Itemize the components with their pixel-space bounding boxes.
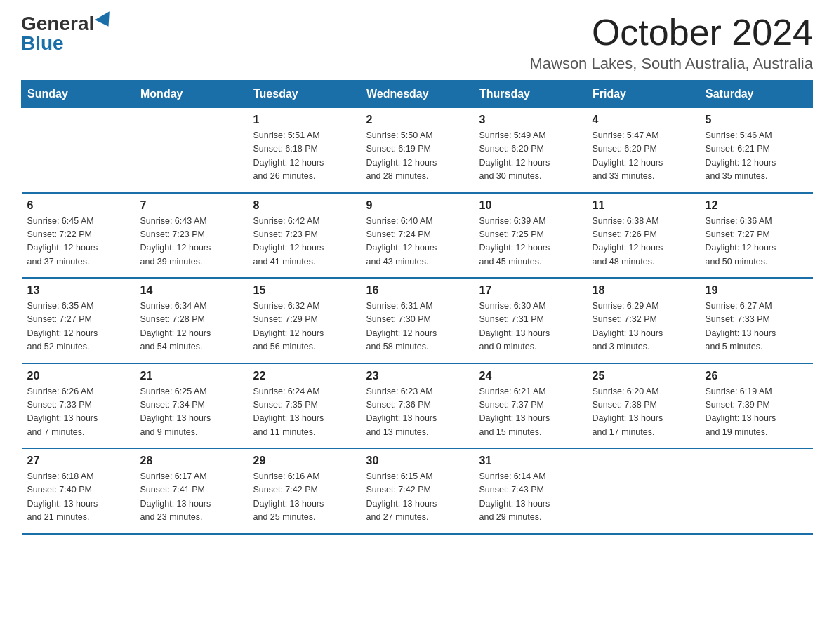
day-info: Sunrise: 6:29 AMSunset: 7:32 PMDaylight:…	[593, 300, 694, 354]
day-info: Sunrise: 6:34 AMSunset: 7:28 PMDaylight:…	[140, 300, 242, 354]
day-info: Sunrise: 6:26 AMSunset: 7:33 PMDaylight:…	[27, 385, 129, 440]
day-info: Sunrise: 6:27 AMSunset: 7:33 PMDaylight:…	[706, 300, 807, 354]
day-number: 17	[479, 284, 581, 297]
day-info: Sunrise: 5:51 AMSunset: 6:18 PMDaylight:…	[253, 129, 355, 184]
day-info: Sunrise: 6:36 AMSunset: 7:27 PMDaylight:…	[706, 215, 807, 269]
day-info: Sunrise: 6:23 AMSunset: 7:36 PMDaylight:…	[366, 385, 468, 440]
day-number: 10	[479, 199, 581, 212]
calendar-cell: 5Sunrise: 5:46 AMSunset: 6:21 PMDaylight…	[700, 108, 813, 193]
day-info: Sunrise: 6:32 AMSunset: 7:29 PMDaylight:…	[253, 300, 355, 354]
day-number: 5	[706, 114, 807, 126]
day-info: Sunrise: 6:25 AMSunset: 7:34 PMDaylight:…	[140, 385, 242, 440]
day-info: Sunrise: 6:18 AMSunset: 7:40 PMDaylight:…	[27, 470, 129, 525]
calendar-cell: 11Sunrise: 6:38 AMSunset: 7:26 PMDayligh…	[587, 193, 700, 279]
day-info: Sunrise: 6:20 AMSunset: 7:38 PMDaylight:…	[593, 385, 694, 440]
day-info: Sunrise: 5:46 AMSunset: 6:21 PMDaylight:…	[706, 129, 807, 184]
day-info: Sunrise: 6:35 AMSunset: 7:27 PMDaylight:…	[27, 300, 129, 354]
day-info: Sunrise: 5:49 AMSunset: 6:20 PMDaylight:…	[479, 129, 581, 184]
calendar-cell: 20Sunrise: 6:26 AMSunset: 7:33 PMDayligh…	[22, 363, 135, 449]
day-info: Sunrise: 6:40 AMSunset: 7:24 PMDaylight:…	[366, 215, 468, 269]
day-info: Sunrise: 6:16 AMSunset: 7:42 PMDaylight:…	[253, 470, 355, 525]
calendar-cell	[135, 108, 248, 193]
day-info: Sunrise: 6:19 AMSunset: 7:39 PMDaylight:…	[706, 385, 807, 440]
title-section: October 2024 Mawson Lakes, South Austral…	[529, 14, 813, 73]
weekday-header-tuesday: Tuesday	[248, 81, 361, 108]
day-info: Sunrise: 6:17 AMSunset: 7:41 PMDaylight:…	[140, 470, 242, 525]
calendar-cell: 27Sunrise: 6:18 AMSunset: 7:40 PMDayligh…	[22, 448, 135, 534]
day-number: 7	[140, 199, 242, 212]
calendar-cell	[700, 448, 813, 534]
day-number: 3	[479, 114, 581, 126]
day-info: Sunrise: 6:42 AMSunset: 7:23 PMDaylight:…	[253, 215, 355, 269]
calendar-cell: 29Sunrise: 6:16 AMSunset: 7:42 PMDayligh…	[248, 448, 361, 534]
calendar-cell: 31Sunrise: 6:14 AMSunset: 7:43 PMDayligh…	[474, 448, 587, 534]
calendar-cell: 7Sunrise: 6:43 AMSunset: 7:23 PMDaylight…	[135, 193, 248, 279]
calendar-week-row: 27Sunrise: 6:18 AMSunset: 7:40 PMDayligh…	[22, 448, 813, 534]
calendar-cell: 1Sunrise: 5:51 AMSunset: 6:18 PMDaylight…	[248, 108, 361, 193]
logo: General Blue	[21, 14, 114, 53]
calendar-table: SundayMondayTuesdayWednesdayThursdayFrid…	[21, 80, 813, 535]
day-number: 26	[706, 370, 807, 382]
day-number: 1	[253, 114, 355, 126]
weekday-header-monday: Monday	[135, 81, 248, 108]
day-number: 12	[706, 199, 807, 212]
day-info: Sunrise: 5:50 AMSunset: 6:19 PMDaylight:…	[366, 129, 468, 184]
calendar-cell: 18Sunrise: 6:29 AMSunset: 7:32 PMDayligh…	[587, 278, 700, 363]
day-number: 25	[593, 370, 694, 382]
day-info: Sunrise: 6:30 AMSunset: 7:31 PMDaylight:…	[479, 300, 581, 354]
day-number: 4	[593, 114, 694, 126]
calendar-cell: 15Sunrise: 6:32 AMSunset: 7:29 PMDayligh…	[248, 278, 361, 363]
calendar-week-row: 20Sunrise: 6:26 AMSunset: 7:33 PMDayligh…	[22, 363, 813, 449]
day-number: 9	[366, 199, 468, 212]
day-number: 30	[366, 455, 468, 467]
weekday-header-friday: Friday	[587, 81, 700, 108]
calendar-body: 1Sunrise: 5:51 AMSunset: 6:18 PMDaylight…	[22, 108, 813, 534]
day-number: 29	[253, 455, 355, 467]
calendar-cell: 3Sunrise: 5:49 AMSunset: 6:20 PMDaylight…	[474, 108, 587, 193]
calendar-cell: 16Sunrise: 6:31 AMSunset: 7:30 PMDayligh…	[361, 278, 474, 363]
calendar-header: SundayMondayTuesdayWednesdayThursdayFrid…	[22, 81, 813, 108]
calendar-cell: 21Sunrise: 6:25 AMSunset: 7:34 PMDayligh…	[135, 363, 248, 449]
calendar-cell: 6Sunrise: 6:45 AMSunset: 7:22 PMDaylight…	[22, 193, 135, 279]
calendar-cell: 8Sunrise: 6:42 AMSunset: 7:23 PMDaylight…	[248, 193, 361, 279]
location-title: Mawson Lakes, South Australia, Australia	[529, 55, 813, 73]
day-number: 11	[593, 199, 694, 212]
calendar-cell: 14Sunrise: 6:34 AMSunset: 7:28 PMDayligh…	[135, 278, 248, 363]
calendar-cell: 30Sunrise: 6:15 AMSunset: 7:42 PMDayligh…	[361, 448, 474, 534]
day-number: 31	[479, 455, 581, 467]
logo-blue: Blue	[21, 32, 64, 54]
day-number: 23	[366, 370, 468, 382]
day-number: 20	[27, 370, 129, 382]
calendar-cell: 23Sunrise: 6:23 AMSunset: 7:36 PMDayligh…	[361, 363, 474, 449]
day-number: 15	[253, 284, 355, 297]
calendar-week-row: 13Sunrise: 6:35 AMSunset: 7:27 PMDayligh…	[22, 278, 813, 363]
calendar-cell: 22Sunrise: 6:24 AMSunset: 7:35 PMDayligh…	[248, 363, 361, 449]
weekday-header-row: SundayMondayTuesdayWednesdayThursdayFrid…	[22, 81, 813, 108]
month-year-title: October 2024	[529, 14, 813, 51]
calendar-cell: 10Sunrise: 6:39 AMSunset: 7:25 PMDayligh…	[474, 193, 587, 279]
day-number: 27	[27, 455, 129, 467]
day-number: 2	[366, 114, 468, 126]
day-number: 8	[253, 199, 355, 212]
weekday-header-wednesday: Wednesday	[361, 81, 474, 108]
logo-general: General	[21, 14, 94, 34]
calendar-cell	[587, 448, 700, 534]
day-number: 14	[140, 284, 242, 297]
calendar-week-row: 1Sunrise: 5:51 AMSunset: 6:18 PMDaylight…	[22, 108, 813, 193]
day-number: 16	[366, 284, 468, 297]
day-info: Sunrise: 6:24 AMSunset: 7:35 PMDaylight:…	[253, 385, 355, 440]
page-header: General Blue October 2024 Mawson Lakes, …	[21, 14, 813, 73]
calendar-cell: 2Sunrise: 5:50 AMSunset: 6:19 PMDaylight…	[361, 108, 474, 193]
calendar-cell: 26Sunrise: 6:19 AMSunset: 7:39 PMDayligh…	[700, 363, 813, 449]
calendar-cell: 4Sunrise: 5:47 AMSunset: 6:20 PMDaylight…	[587, 108, 700, 193]
weekday-header-sunday: Sunday	[22, 81, 135, 108]
logo-arrow-icon	[95, 11, 116, 31]
day-number: 24	[479, 370, 581, 382]
calendar-cell: 9Sunrise: 6:40 AMSunset: 7:24 PMDaylight…	[361, 193, 474, 279]
day-number: 22	[253, 370, 355, 382]
calendar-cell: 13Sunrise: 6:35 AMSunset: 7:27 PMDayligh…	[22, 278, 135, 363]
day-info: Sunrise: 6:38 AMSunset: 7:26 PMDaylight:…	[593, 215, 694, 269]
calendar-cell: 17Sunrise: 6:30 AMSunset: 7:31 PMDayligh…	[474, 278, 587, 363]
day-info: Sunrise: 5:47 AMSunset: 6:20 PMDaylight:…	[593, 129, 694, 184]
calendar-cell: 12Sunrise: 6:36 AMSunset: 7:27 PMDayligh…	[700, 193, 813, 279]
